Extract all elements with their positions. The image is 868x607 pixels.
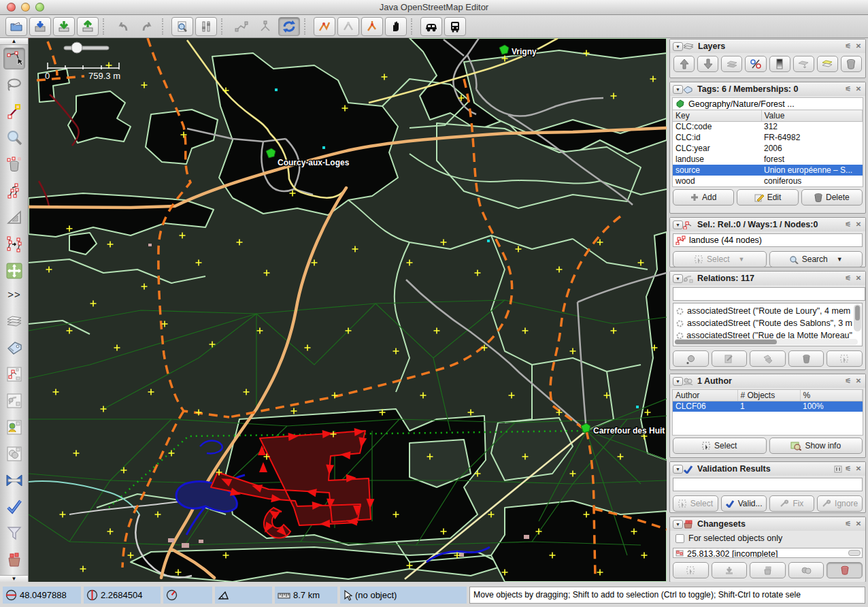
collapse-icon[interactable]: ▼ <box>673 377 683 386</box>
unglue-tool-button[interactable] <box>231 17 252 36</box>
validation-validate-button[interactable]: Valid... <box>721 495 767 512</box>
tags-dialog-button[interactable] <box>3 337 25 359</box>
unglue-node-tool[interactable] <box>3 180 25 202</box>
more-tools-button[interactable]: >> <box>3 283 25 305</box>
changeset-download-button[interactable] <box>712 562 748 578</box>
layers-panel-header[interactable]: ▼ Layers ⚟✕ <box>670 39 865 53</box>
merge-tool-button[interactable] <box>254 17 276 36</box>
author-showinfo-button[interactable]: Show info <box>769 438 863 454</box>
tag-row[interactable]: landuseforest <box>673 154 863 165</box>
close-window-button[interactable] <box>7 3 16 12</box>
changeset-select-button[interactable] <box>673 562 709 578</box>
relations-dialog-button[interactable] <box>3 390 25 412</box>
select-relation-button[interactable] <box>827 350 863 367</box>
collapse-icon[interactable]: ▼ <box>673 520 683 529</box>
scroll-up-arrow[interactable]: ▲ <box>0 38 28 45</box>
pan-hand-button[interactable] <box>385 17 407 36</box>
relations-panel-header[interactable]: ▼ Relations: 117 ⚟✕ <box>670 272 865 285</box>
changesets-scrollbar[interactable] <box>848 550 861 556</box>
tags-panel-header[interactable]: ▼ Tags: 6 / Memberships: 0 ⚟✕ <box>670 82 865 96</box>
selection-search-button[interactable]: Search▼ <box>769 251 863 267</box>
close-icon[interactable]: ✕ <box>854 465 863 473</box>
tags-table[interactable]: KeyValue CLC:code312 CLC:idFR-64982 CLC:… <box>673 110 863 186</box>
authors-panel-header[interactable]: ▼ 1 Author ⚟✕ <box>670 374 865 388</box>
lane-connectivity-button[interactable] <box>361 17 383 36</box>
relations-hscrollbar[interactable] <box>674 339 858 345</box>
layer-visibility-button[interactable] <box>745 56 766 72</box>
collapse-icon[interactable]: ▼ <box>673 85 683 94</box>
layer-down-button[interactable] <box>697 56 718 72</box>
pin-icon[interactable]: ⚟ <box>844 274 852 282</box>
measure-tool[interactable] <box>3 207 25 229</box>
delete-tag-button[interactable]: Delete <box>801 189 863 206</box>
validation-select-button[interactable]: Select <box>673 495 718 512</box>
changeset-open-button[interactable] <box>750 562 786 578</box>
validation-ignore-button[interactable]: Ignore <box>817 495 863 512</box>
validation-panel-header[interactable]: ▼ Validation Results ⚟✕ <box>670 462 865 476</box>
edit-relation-button[interactable] <box>712 350 748 367</box>
delete-relation-button[interactable] <box>788 350 824 367</box>
pin-icon[interactable]: ⚟ <box>844 220 852 229</box>
edit-tag-button[interactable]: Edit <box>737 189 798 206</box>
author-select-button[interactable]: Select <box>673 438 767 454</box>
parallel-way-tool[interactable] <box>3 233 25 255</box>
changeset-compare-button[interactable] <box>788 562 824 578</box>
validation-extra-icon[interactable] <box>834 465 842 473</box>
tag-row[interactable]: CLC:year2006 <box>673 143 863 154</box>
draw-node-tool[interactable] <box>3 101 25 122</box>
new-relation-button[interactable] <box>673 350 709 367</box>
zoom-window-button[interactable] <box>35 3 44 12</box>
layer-delete-button[interactable] <box>841 56 862 72</box>
save-button[interactable] <box>29 17 51 36</box>
collapse-icon[interactable]: ▼ <box>673 220 683 229</box>
close-icon[interactable]: ✕ <box>854 85 863 93</box>
close-icon[interactable]: ✕ <box>854 274 863 282</box>
map-canvas[interactable]: Vrigny Courcy-aux-Loges Carrefour des Hu… <box>29 38 667 582</box>
authors-table[interactable]: Author# Objects% CLCF061100% <box>673 390 863 412</box>
close-icon[interactable]: ✕ <box>854 42 863 50</box>
filter-dialog-button[interactable] <box>3 523 25 544</box>
selection-dialog-button[interactable] <box>3 363 25 385</box>
duplicate-relation-button[interactable] <box>750 350 786 367</box>
minimize-window-button[interactable] <box>21 3 30 12</box>
selection-select-button[interactable]: Select▼ <box>673 251 767 267</box>
angle-snapping-button[interactable] <box>337 17 359 36</box>
mappaint-dialog-button[interactable] <box>3 443 25 465</box>
collapse-icon[interactable]: ▼ <box>673 465 683 474</box>
close-icon[interactable]: ✕ <box>854 220 863 229</box>
layers-dialog-button[interactable] <box>3 310 25 332</box>
scroll-down-arrow[interactable]: ▼ <box>0 575 28 582</box>
relation-item[interactable]: associatedStreet ("Route des Sablons", 3… <box>675 317 852 329</box>
relations-filter-input[interactable] <box>673 287 865 301</box>
zoom-tool[interactable] <box>3 127 25 149</box>
changesets-panel-header[interactable]: ▼ Changesets ⚟✕ <box>670 517 865 531</box>
upload-button[interactable] <box>77 17 99 36</box>
tag-row[interactable]: CLC:code312 <box>673 121 863 132</box>
redo-button[interactable] <box>136 17 158 36</box>
tag-row[interactable]: CLC:idFR-64982 <box>673 132 863 143</box>
collapse-icon[interactable]: ▼ <box>673 42 683 51</box>
relation-item[interactable]: associatedStreet ("Route de Loury", 4 me… <box>675 305 852 317</box>
layer-merge-button[interactable] <box>721 56 742 72</box>
pin-icon[interactable]: ⚟ <box>844 377 852 385</box>
close-icon[interactable]: ✕ <box>854 520 863 528</box>
search-button[interactable] <box>171 17 193 36</box>
lasso-tool[interactable] <box>3 74 25 96</box>
follow-line-button[interactable] <box>314 17 335 36</box>
pin-icon[interactable]: ⚟ <box>844 465 852 473</box>
close-icon[interactable]: ✕ <box>854 377 863 385</box>
layer-duplicate-button[interactable] <box>793 56 814 72</box>
relations-vscrollbar[interactable] <box>854 304 861 331</box>
delete-tool[interactable] <box>3 154 25 176</box>
preset-row[interactable]: Geography/Nature/Forest ... <box>672 97 863 110</box>
pin-icon[interactable]: ⚟ <box>844 85 852 93</box>
pin-icon[interactable]: ⚟ <box>844 520 852 528</box>
move-map-tool[interactable] <box>3 260 25 282</box>
author-row-selected[interactable]: CLCF061100% <box>673 401 863 412</box>
undo-button[interactable] <box>112 17 134 36</box>
selected-objects-checkbox[interactable] <box>675 534 684 543</box>
select-tool[interactable] <box>3 48 25 69</box>
layer-up-button[interactable] <box>673 56 695 72</box>
collapse-icon[interactable]: ▼ <box>673 274 683 283</box>
changeset-close-button[interactable] <box>827 562 863 578</box>
